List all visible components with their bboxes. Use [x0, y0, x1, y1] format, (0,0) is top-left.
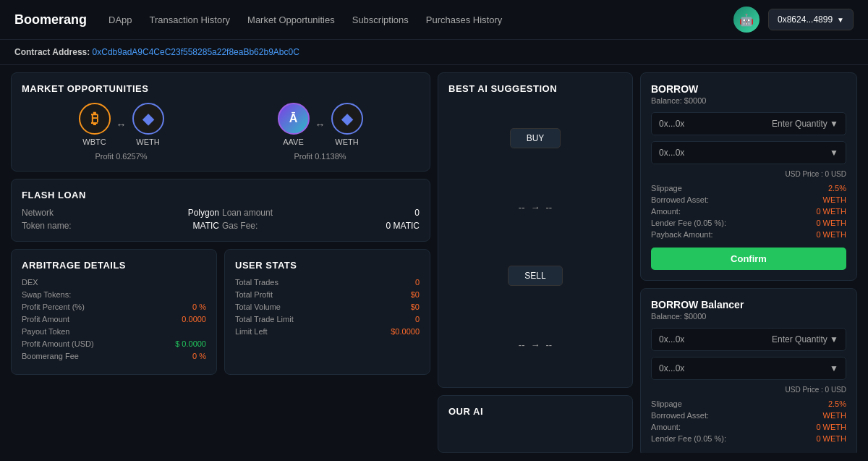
borrowed-asset-value: WETH	[823, 195, 846, 204]
right-column: BORROW Balance: $0000 0x...0x Enter Quan…	[640, 72, 857, 453]
borrow-balance: Balance: $0000	[651, 96, 846, 105]
nav-dapp[interactable]: DApp	[109, 14, 132, 25]
dash-left-top: --	[519, 202, 525, 213]
dash-right-top: --	[546, 202, 553, 213]
navbar: Boomerang DApp Transaction History Marke…	[0, 0, 868, 40]
market-opportunities-title: MARKET OPPORTUNITIES	[22, 83, 420, 94]
borrow-card: BORROW Balance: $0000 0x...0x Enter Quan…	[640, 72, 857, 281]
weth2-icon: ◆	[331, 103, 363, 135]
borrow-balancer-select-2[interactable]: 0x...0x ▼	[651, 357, 846, 380]
borrow-details: Slippage 2.5% Borrowed Asset: WETH Amoun…	[651, 184, 846, 239]
aave-icon: Ā	[278, 103, 310, 135]
borrowed-asset-label: Borrowed Asset:	[651, 195, 709, 204]
arb-row-swap: Swap Tokens:	[22, 290, 206, 299]
pair-2: Ā AAVE ↔ ◆ WETH	[278, 103, 363, 146]
loan-amount-value: 0	[323, 208, 420, 218]
flash-loan-grid: Network Polygon Loan amount 0 Token name…	[22, 208, 420, 231]
borrow-balancer-title: BORROW Balancer	[651, 299, 846, 310]
slippage-label: Slippage	[651, 184, 682, 193]
wallet-button[interactable]: 0x8624...4899 ▼	[768, 9, 854, 30]
slippage-value: 2.5%	[828, 184, 846, 193]
pair-1: ₿ WBTC ↔ ◆ WETH	[79, 103, 164, 146]
nav-transaction-history[interactable]: Transaction History	[150, 14, 231, 25]
arrow-icon-top: →	[531, 202, 540, 213]
our-ai-card: OUR AI	[438, 395, 633, 453]
stats-row-volume: Total Volume $0	[235, 303, 420, 311]
token-aave: Ā AAVE	[278, 103, 310, 146]
arrow-icon-bottom: →	[531, 339, 540, 350]
balancer-slippage-value: 2.5%	[828, 399, 846, 408]
balancer-lender-fee-row: Lender Fee (0.05 %): 0 WETH	[651, 434, 846, 443]
stats-row-trades: Total Trades 0	[235, 278, 420, 287]
borrow-balancer-details: Slippage 2.5% Borrowed Asset: WETH Amoun…	[651, 399, 846, 443]
sell-button[interactable]: SELL	[508, 266, 562, 286]
ai-suggestion-card: BEST AI SUGGESTION BUY -- → -- SELL -- →…	[438, 72, 633, 388]
middle-column: BEST AI SUGGESTION BUY -- → -- SELL -- →…	[438, 72, 633, 453]
nav-purchases-history[interactable]: Purchases History	[426, 14, 502, 25]
nav-subscriptions[interactable]: Subscriptions	[352, 14, 409, 25]
arb-row-fee: Boomerang Fee 0 %	[22, 352, 206, 360]
payback-row: Payback Amount: 0 WETH	[651, 230, 846, 239]
borrow-balancer-select-1[interactable]: 0x...0x Enter Quantity ▼	[651, 328, 846, 351]
borrow-balancer-card: BORROW Balancer Balance: $0000 0x...0x E…	[640, 288, 857, 453]
contract-address: 0xCdb9adA9C4CeC23f558285a22f8eaBb62b9Abc…	[93, 47, 299, 57]
left-column: MARKET OPPORTUNITIES ₿ WBTC ↔ ◆ WETH	[11, 72, 430, 453]
arbitrage-title: ARBITRAGE DETAILS	[22, 260, 206, 271]
chevron-down-icon: ▼	[830, 119, 838, 129]
flash-loan-card: FLASH LOAN Network Polygon Loan amount 0…	[11, 179, 430, 242]
wbtc-icon: ₿	[79, 103, 111, 135]
borrow-amount-row: Amount: 0 WETH	[651, 207, 846, 216]
ai-arrow-row-bottom: -- → --	[519, 339, 552, 350]
nav-links: DApp Transaction History Market Opportun…	[109, 14, 733, 25]
market-opportunities-card: MARKET OPPORTUNITIES ₿ WBTC ↔ ◆ WETH	[11, 72, 430, 172]
gas-fee-label: Gas Fee:	[222, 221, 320, 231]
balancer-borrowed-asset-label: Borrowed Asset:	[651, 411, 709, 420]
token-name-label: Token name:	[22, 221, 119, 231]
user-stats-title: USER STATS	[235, 260, 420, 271]
profit-2: Profit 0.1138%	[294, 152, 346, 161]
borrow-asset-row: Borrowed Asset: WETH	[651, 195, 846, 204]
arb-row-profit-usd: Profit Amount (USD) $ 0.0000	[22, 339, 206, 348]
our-ai-title: OUR AI	[448, 406, 622, 417]
network-label: Network	[22, 208, 119, 218]
main-layout: MARKET OPPORTUNITIES ₿ WBTC ↔ ◆ WETH	[0, 65, 868, 460]
nav-market-opportunities[interactable]: Market Opportunities	[247, 14, 335, 25]
balancer-amount-label: Amount:	[651, 423, 681, 431]
dash-right-bottom: --	[546, 339, 553, 350]
borrow-select1-right: Enter Quantity ▼	[772, 119, 838, 129]
amount-label: Amount:	[651, 207, 681, 216]
arb-row-profit-pct: Profit Percent (%) 0 %	[22, 303, 206, 311]
confirm-button[interactable]: Confirm	[651, 248, 846, 270]
balancer-select2-chevron: ▼	[830, 363, 838, 373]
borrow-title: BORROW	[651, 83, 846, 95]
arb-row-payout: Payout Token	[22, 327, 206, 336]
balancer-lender-fee-label: Lender Fee (0.05 %):	[651, 434, 726, 443]
lender-fee-row: Lender Fee (0.05 %): 0 WETH	[651, 219, 846, 227]
buy-button[interactable]: BUY	[510, 128, 561, 148]
amount-value: 0 WETH	[816, 207, 846, 216]
balancer-amount-value: 0 WETH	[816, 423, 846, 431]
borrow-select-2[interactable]: 0x...0x ▼	[651, 141, 846, 164]
borrow-select1-left: 0x...0x	[659, 119, 684, 129]
balancer-select1-right: Enter Quantity ▼	[772, 334, 838, 344]
arbitrage-details-card: ARBITRAGE DETAILS DEX Swap Tokens: Profi…	[11, 249, 217, 375]
pair1-arrow: ↔	[116, 119, 127, 130]
lender-fee-label: Lender Fee (0.05 %):	[651, 219, 726, 227]
balancer-select2-left: 0x...0x	[659, 363, 684, 373]
borrow-select-1[interactable]: 0x...0x Enter Quantity ▼	[651, 112, 846, 135]
user-stats-card: USER STATS Total Trades 0 Total Profit $…	[224, 249, 430, 375]
aave-name: AAVE	[283, 138, 304, 146]
flash-loan-title: FLASH LOAN	[22, 190, 420, 200]
ai-suggestion-title: BEST AI SUGGESTION	[448, 83, 622, 94]
token-weth2: ◆ WETH	[331, 103, 363, 146]
gas-fee-value: 0 MATIC	[323, 221, 420, 231]
payback-value: 0 WETH	[816, 230, 846, 239]
arb-row-dex: DEX	[22, 278, 206, 287]
wallet-chevron: ▼	[837, 16, 844, 24]
pair2-arrow: ↔	[315, 119, 326, 130]
borrow-select2-left: 0x...0x	[659, 148, 684, 158]
token-weth1: ◆ WETH	[132, 103, 164, 146]
ai-suggestion-body: BUY -- → -- SELL -- → --	[448, 101, 622, 377]
balancer-slippage-row: Slippage 2.5%	[651, 399, 846, 408]
mo-profits: Profit 0.6257% Profit 0.1138%	[22, 152, 420, 161]
